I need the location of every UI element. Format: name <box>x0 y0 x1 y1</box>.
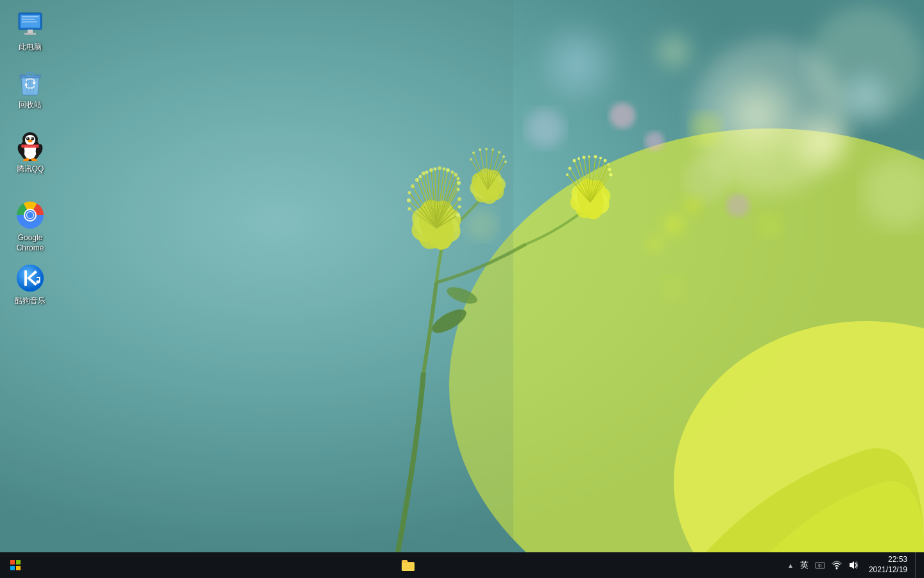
qq-icon <box>15 131 46 162</box>
svg-point-86 <box>607 163 610 166</box>
svg-point-15 <box>645 132 664 151</box>
svg-point-78 <box>588 155 590 158</box>
svg-rect-160 <box>37 277 40 278</box>
svg-rect-124 <box>22 16 38 17</box>
clock-date: 2021/12/19 <box>869 565 907 575</box>
svg-point-115 <box>664 215 683 234</box>
svg-point-82 <box>599 157 602 159</box>
desktop-icon-chrome[interactable]: Google Chrome <box>6 197 54 256</box>
desktop-icon-kugou[interactable]: 酷狗音乐 <box>6 260 54 309</box>
svg-point-94 <box>610 173 613 177</box>
svg-point-118 <box>690 112 722 144</box>
svg-point-141 <box>31 138 33 139</box>
desktop: 此电脑 回收站 <box>0 0 924 552</box>
svg-rect-164 <box>16 566 21 570</box>
svg-rect-161 <box>10 560 15 565</box>
start-button[interactable] <box>0 552 31 578</box>
ime-icon: 中 <box>815 560 825 570</box>
svg-rect-130 <box>27 73 33 76</box>
svg-point-116 <box>685 198 701 213</box>
svg-rect-162 <box>16 560 21 565</box>
svg-rect-148 <box>21 146 39 146</box>
qq-label: 腾讯QQ <box>17 164 44 175</box>
svg-point-167 <box>835 568 837 570</box>
svg-point-138 <box>26 137 30 141</box>
svg-rect-163 <box>10 566 15 570</box>
taskbar-center <box>394 552 422 578</box>
svg-point-120 <box>662 277 685 301</box>
chrome-label: Google Chrome <box>9 233 51 253</box>
svg-point-16 <box>726 194 749 217</box>
svg-point-117 <box>648 238 661 250</box>
svg-point-158 <box>37 281 39 283</box>
taskbar-left <box>0 552 31 578</box>
svg-point-72 <box>573 159 576 162</box>
taskbar-file-explorer[interactable] <box>394 552 422 578</box>
svg-rect-127 <box>28 30 33 33</box>
tray-expand-button[interactable]: ▲ <box>785 552 796 578</box>
svg-point-119 <box>757 212 783 238</box>
svg-point-14 <box>610 103 635 128</box>
svg-rect-121 <box>0 0 513 552</box>
svg-point-90 <box>569 167 572 170</box>
svg-point-139 <box>31 137 34 141</box>
network-button[interactable] <box>829 552 844 578</box>
kugou-icon <box>15 263 46 293</box>
svg-rect-126 <box>22 21 37 22</box>
recycle-bin-icon <box>15 67 46 98</box>
clock[interactable]: 22:53 2021/12/19 <box>864 552 912 578</box>
svg-text:中: 中 <box>818 564 822 568</box>
svg-point-142 <box>28 140 33 143</box>
volume-icon <box>848 560 859 570</box>
svg-point-88 <box>608 168 612 171</box>
desktop-icon-qq[interactable]: 腾讯QQ <box>6 128 54 177</box>
svg-point-153 <box>27 212 33 218</box>
recycle-bin-label: 回收站 <box>19 100 42 110</box>
language-indicator[interactable]: 英 <box>798 552 811 578</box>
chrome-icon <box>15 200 46 231</box>
svg-point-140 <box>27 138 28 139</box>
svg-point-13 <box>809 6 924 122</box>
network-icon <box>832 560 842 570</box>
my-computer-label: 此电脑 <box>19 42 42 53</box>
volume-button[interactable] <box>846 552 861 578</box>
clock-time: 22:53 <box>888 555 907 565</box>
show-desktop-button[interactable] <box>915 552 919 578</box>
svg-point-6 <box>533 19 622 109</box>
svg-rect-125 <box>22 19 35 20</box>
svg-rect-156 <box>24 270 27 286</box>
my-computer-icon <box>15 9 46 40</box>
taskbar-right: ▲ 英 中 <box>785 552 924 578</box>
svg-point-10 <box>526 109 565 148</box>
svg-point-74 <box>578 157 580 160</box>
svg-point-92 <box>566 173 569 176</box>
desktop-icon-recycle-bin[interactable]: 回收站 <box>6 64 54 113</box>
svg-point-84 <box>604 159 607 162</box>
language-label: 英 <box>800 559 809 571</box>
svg-point-80 <box>594 155 597 159</box>
system-tray: ▲ 英 中 <box>785 552 861 578</box>
tray-chevron-icon: ▲ <box>787 562 794 569</box>
svg-point-76 <box>583 156 586 159</box>
ime-button[interactable]: 中 <box>812 552 828 578</box>
desktop-icon-my-computer[interactable]: 此电脑 <box>6 6 54 55</box>
svg-point-7 <box>648 26 699 77</box>
taskbar: ▲ 英 中 <box>0 552 924 578</box>
kugou-label: 酷狗音乐 <box>15 296 46 306</box>
svg-rect-128 <box>24 33 36 35</box>
